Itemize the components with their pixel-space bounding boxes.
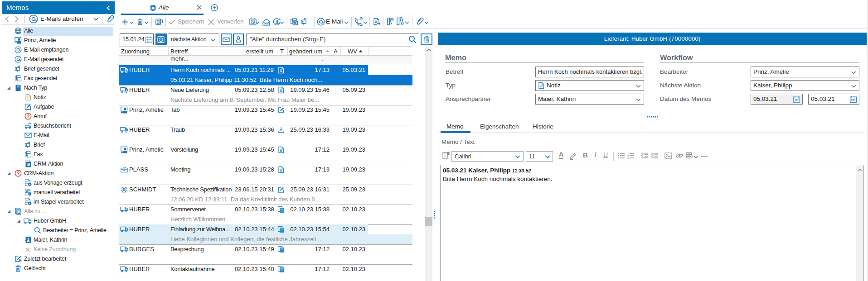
svg-text:3: 3 — [627, 157, 629, 159]
